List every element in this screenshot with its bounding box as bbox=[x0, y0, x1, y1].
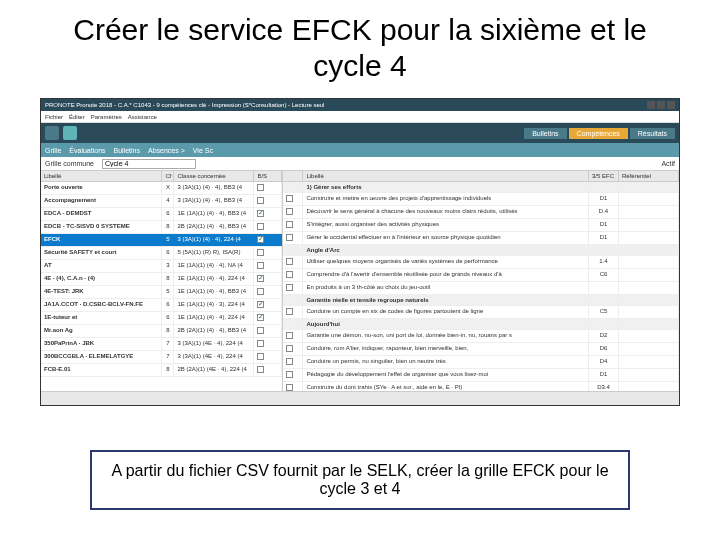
col-comp-label[interactable]: Libellé bbox=[303, 171, 589, 181]
tab-competences[interactable]: Compétences bbox=[569, 128, 628, 139]
right-pane: Libellé 3/5 EFC Référentiel 1) Gérer ses… bbox=[283, 171, 679, 391]
item-row[interactable]: Gérer le occidental effectuer en à l'int… bbox=[283, 232, 679, 245]
table-row[interactable]: FCB-E.0182B (2A)(1) (4E · 4), 224 (4 bbox=[41, 364, 282, 377]
group-row[interactable]: Angle d'Arc bbox=[283, 245, 679, 256]
left-header: Libellé Cf Classe concernée B/S bbox=[41, 171, 282, 182]
table-row[interactable]: EDCB - TC-SISVD 0 SYSTEME82B (2A)(1) (4)… bbox=[41, 221, 282, 234]
item-row[interactable]: Conduire un permis, nu singulier, bien u… bbox=[283, 356, 679, 369]
item-row[interactable]: En produits à un 3 th-côté au choix du j… bbox=[283, 282, 679, 295]
app-window: PRONOTE Pronote 2018 - C.A.* C1043 - 9 c… bbox=[40, 98, 680, 406]
close-icon[interactable] bbox=[667, 101, 675, 109]
nav-icon[interactable] bbox=[45, 126, 59, 140]
toolbar: Bulletins Compétences Résultats bbox=[41, 123, 679, 143]
content-panes: Libellé Cf Classe concernée B/S Porte ou… bbox=[41, 171, 679, 391]
item-row[interactable]: Utiliser quelques moyens organisés de va… bbox=[283, 256, 679, 269]
menu-file[interactable]: Fichier bbox=[45, 114, 63, 120]
table-row[interactable]: AT31E (1A)(1) (4) · 4), NA (4 bbox=[41, 260, 282, 273]
slide-title: Créer le service EFCK pour la sixième et… bbox=[0, 0, 720, 94]
table-row[interactable]: EFCK53 (3A)(1) (4) · 4), 224 (4 bbox=[41, 234, 282, 247]
minimize-icon[interactable] bbox=[647, 101, 655, 109]
right-header: Libellé 3/5 EFC Référentiel bbox=[283, 171, 679, 182]
table-row[interactable]: Sécurité SAFETY et court65 (5A)(1) (R) R… bbox=[41, 247, 282, 260]
menu-params[interactable]: Paramètres bbox=[91, 114, 122, 120]
item-row[interactable]: Garantie une démon, nu-son, uni port de … bbox=[283, 330, 679, 343]
statusbar bbox=[41, 391, 679, 405]
item-row[interactable]: Comprendre d'à l'avertir d'ensemble réut… bbox=[283, 269, 679, 282]
col-libelle[interactable]: Libellé bbox=[41, 171, 162, 181]
window-title: PRONOTE Pronote 2018 - C.A.* C1043 - 9 c… bbox=[45, 102, 324, 108]
item-row[interactable]: Construire du dont trahis (SYe · A et su… bbox=[283, 382, 679, 391]
table-row[interactable]: 1E-tuteur et61E (1A)(1) (4) · 4), 224 (4 bbox=[41, 312, 282, 325]
col-ref[interactable]: Référentiel bbox=[619, 171, 679, 181]
item-row[interactable]: S'intégrer, aussi organiser des activité… bbox=[283, 219, 679, 232]
group-row[interactable]: Aujourd'hui bbox=[283, 319, 679, 330]
menubar: Fichier Éditer Paramètres Assistance bbox=[41, 111, 679, 123]
table-row[interactable]: 350PaPrinA · JBK73 (3A)(1) (4E · 4), 224… bbox=[41, 338, 282, 351]
filter-select[interactable] bbox=[102, 159, 196, 169]
filter-label: Grille commune bbox=[45, 160, 94, 167]
table-row[interactable]: 300BCCGBLA · ELEMELATGYE73 (3A)(1) (4E ·… bbox=[41, 351, 282, 364]
col-efc[interactable]: 3/5 EFC bbox=[589, 171, 619, 181]
home-icon[interactable] bbox=[63, 126, 77, 140]
item-row[interactable]: Construire et mettre en œuvre des projet… bbox=[283, 193, 679, 206]
window-controls bbox=[647, 101, 675, 109]
subnav-absences[interactable]: Absences > bbox=[148, 147, 185, 154]
maximize-icon[interactable] bbox=[657, 101, 665, 109]
filter-toggle[interactable]: Actif bbox=[661, 160, 675, 167]
table-row[interactable]: 4E-TEST: JRK51E (1A)(1) (4) · 4), BB3 (4 bbox=[41, 286, 282, 299]
tab-bulletins[interactable]: Bulletins bbox=[524, 128, 566, 139]
col-classe[interactable]: Classe concernée bbox=[174, 171, 254, 181]
tab-resultats[interactable]: Résultats bbox=[630, 128, 675, 139]
item-row[interactable]: Pédagogie du développement l'effet de or… bbox=[283, 369, 679, 382]
item-row[interactable]: Conduire un compte en six de codes de fi… bbox=[283, 306, 679, 319]
table-row[interactable]: 4E · (4), C.A.n · (4)81E (1A)(1) (4) · 4… bbox=[41, 273, 282, 286]
subnav-eval[interactable]: Évaluations bbox=[69, 147, 105, 154]
col-chk bbox=[283, 171, 303, 181]
group-row[interactable]: 1) Gérer ses efforts bbox=[283, 182, 679, 193]
subnav-bulletins[interactable]: Bulletins bbox=[114, 147, 140, 154]
titlebar: PRONOTE Pronote 2018 - C.A.* C1043 - 9 c… bbox=[41, 99, 679, 111]
menu-help[interactable]: Assistance bbox=[128, 114, 157, 120]
table-row[interactable]: Mr.aon Ag82B (2A)(1) (4) · 4), BB3 (4 bbox=[41, 325, 282, 338]
toolbar-tabs: Bulletins Compétences Résultats bbox=[524, 128, 675, 139]
subnav-grille[interactable]: Grille bbox=[45, 147, 61, 154]
slide-caption: A partir du fichier CSV fournit par le S… bbox=[90, 450, 630, 510]
subnav-viesc[interactable]: Vie Sc bbox=[193, 147, 213, 154]
group-row[interactable]: Garantie réelle et tensile regroupe natu… bbox=[283, 295, 679, 306]
subnav: Grille Évaluations Bulletins Absences > … bbox=[41, 143, 679, 157]
item-row[interactable]: Découvrir le sens général à chacune des … bbox=[283, 206, 679, 219]
col-bs[interactable]: B/S bbox=[254, 171, 282, 181]
item-row[interactable]: Conduire, rom A'lier, indiquer, raponteu… bbox=[283, 343, 679, 356]
table-row[interactable]: EDCA - DEMDST61E (1A)(1) (4) · 4), BB3 (… bbox=[41, 208, 282, 221]
menu-edit[interactable]: Éditer bbox=[69, 114, 85, 120]
table-row[interactable]: Porte ouverteX3 (3A)(1) (4) · 4), BB3 (4 bbox=[41, 182, 282, 195]
left-pane: Libellé Cf Classe concernée B/S Porte ou… bbox=[41, 171, 283, 391]
filter-bar: Grille commune Actif bbox=[41, 157, 679, 171]
table-row[interactable]: Accompagnement43 (3A)(1) (4) · 4), BB3 (… bbox=[41, 195, 282, 208]
col-cf[interactable]: Cf bbox=[162, 171, 174, 181]
table-row[interactable]: JA1A.CCOT · D.CSBC-BCLV-FN.FE61E (1A)(1)… bbox=[41, 299, 282, 312]
